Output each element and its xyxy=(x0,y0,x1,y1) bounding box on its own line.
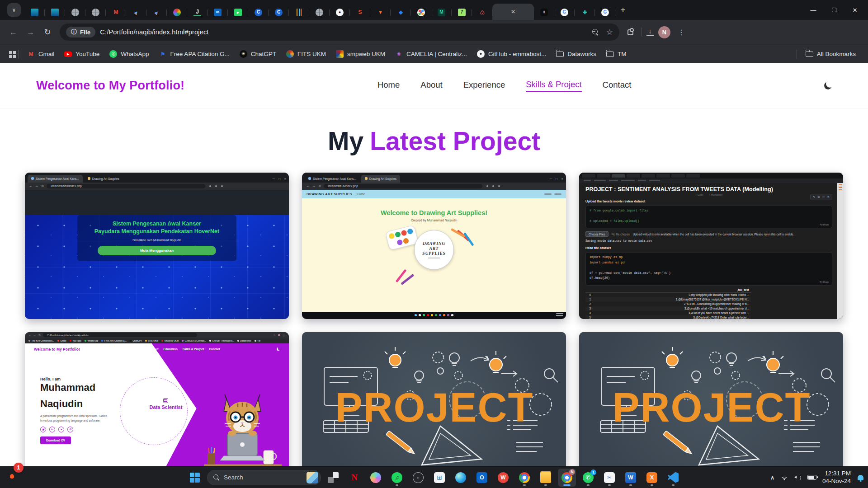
browser-tab[interactable]: ✳ xyxy=(534,5,554,20)
browser-tab[interactable]: ▼ xyxy=(370,5,391,20)
browser-tab[interactable]: ● xyxy=(330,5,350,20)
taskbar-app[interactable]: W xyxy=(622,469,640,487)
taskbar-app[interactable] xyxy=(515,469,533,487)
browser-tab[interactable] xyxy=(309,5,330,20)
bookmark-item[interactable]: ✳ ChatGPT xyxy=(235,48,281,60)
volume-icon[interactable] xyxy=(794,474,802,480)
bookmark-item[interactable]: ❀ CAMELIA | Centraliz... xyxy=(390,48,472,60)
tab-search-chevron-icon[interactable]: ∨ xyxy=(7,3,21,17)
project-card-sentiment-analysis[interactable]: PROJECT : SENTIMENT ANALYSIS FROM TWEETS… xyxy=(579,173,843,319)
bookmark-star-icon[interactable]: ☆ xyxy=(606,28,613,37)
close-tab-icon[interactable]: ✕ xyxy=(511,9,515,15)
taskbar-app[interactable]: ⊞ xyxy=(430,469,448,487)
project-card-placeholder-2[interactable]: PROJECT xyxy=(579,332,843,466)
browser-tab[interactable]: ✚ xyxy=(575,5,595,20)
taskbar-search[interactable]: Search xyxy=(207,470,321,485)
bookmark-item[interactable]: M Gmail xyxy=(22,48,59,60)
taskbar-app[interactable]: ◔ xyxy=(409,469,427,487)
browser-tab[interactable] xyxy=(411,5,431,20)
nav-link[interactable]: Contact xyxy=(603,80,632,92)
close-window-button[interactable]: ✕ xyxy=(844,0,865,20)
bookmark-item[interactable]: smpweb UKM xyxy=(331,48,390,60)
new-tab-button[interactable]: + xyxy=(615,3,631,17)
nav-link[interactable]: Skills & Project xyxy=(526,80,581,92)
nav-link[interactable]: About xyxy=(420,80,442,92)
bookmark-item[interactable]: ⚑ Free APA Citation G... xyxy=(154,48,235,60)
taskbar-app[interactable]: ✆ 1 xyxy=(579,469,597,487)
project-card-cancer-system[interactable]: Sistem Pengesanan Awal Kans... Drawing A… xyxy=(25,173,289,319)
start-button[interactable] xyxy=(186,469,204,487)
battery-icon[interactable] xyxy=(807,475,816,480)
reload-icon[interactable]: ↻ xyxy=(40,24,55,40)
browser-tab[interactable]: G xyxy=(595,5,615,20)
browser-tab[interactable]: C xyxy=(269,5,289,20)
profile-avatar[interactable]: N xyxy=(658,26,670,38)
browser-tab[interactable] xyxy=(85,5,106,20)
bookmark-item[interactable]: ▶ YouTube xyxy=(59,48,104,60)
project-card-portfolio[interactable]: ←→↻ C:/Portfolio/naqib/index.html#portfo… xyxy=(25,332,289,466)
tray-chevron-icon[interactable]: ∧ xyxy=(770,474,774,481)
taskbar-app[interactable]: O xyxy=(473,469,491,487)
notification-bell-icon[interactable] xyxy=(858,475,863,480)
browser-tab[interactable]: 7 xyxy=(452,5,472,20)
browser-tab[interactable]: J xyxy=(187,5,208,20)
taskbar-app[interactable]: W xyxy=(494,469,512,487)
browser-tab[interactable]: in xyxy=(208,5,228,20)
downloads-icon[interactable]: ↓ xyxy=(646,28,654,36)
minimize-button[interactable]: — xyxy=(803,0,824,20)
apps-grid-icon[interactable] xyxy=(9,51,12,54)
bookmark-item[interactable]: ● GitHub - emmabost... xyxy=(472,48,551,60)
taskbar-app[interactable]: X xyxy=(643,469,661,487)
browser-tab[interactable]: ◆ xyxy=(391,5,411,20)
extensions-icon[interactable] xyxy=(627,29,633,35)
taskbar-app[interactable]: N xyxy=(345,469,363,487)
taskbar-app[interactable]: N xyxy=(558,469,576,487)
bookmark-item[interactable]: Dataworks xyxy=(551,48,601,60)
browser-tab[interactable]: ♡ xyxy=(472,5,492,20)
browser-tab[interactable]: ▶ xyxy=(228,5,248,20)
wifi-icon[interactable] xyxy=(780,474,788,480)
project-card-drawing-art[interactable]: Sistem Pengesanan Awal Kans... Drawing A… xyxy=(302,173,566,319)
browser-tab[interactable] xyxy=(167,5,187,20)
forward-icon[interactable]: → xyxy=(23,24,38,40)
address-bar[interactable]: ⓘ File C:/Portfolio/naqib/index.html#pro… xyxy=(60,23,619,41)
mini-social-icons: ▣in●✆ xyxy=(40,427,107,432)
browser-tab[interactable]: C xyxy=(248,5,269,20)
bookmark-item[interactable]: ✆ WhatsApp xyxy=(104,48,154,60)
browser-tab[interactable]: G xyxy=(554,5,575,20)
browser-tab[interactable]: S xyxy=(350,5,370,20)
taskbar-app[interactable] xyxy=(324,469,342,487)
browser-tab[interactable] xyxy=(65,5,85,20)
nav-link[interactable]: Experience xyxy=(463,80,505,92)
taskbar-app[interactable]: ✂ xyxy=(600,469,618,487)
project-card-placeholder-1[interactable]: PROJECT xyxy=(302,332,566,466)
browser-tab[interactable]: M xyxy=(106,5,126,20)
taskbar-app[interactable] xyxy=(664,469,682,487)
all-bookmarks-button[interactable]: All Bookmarks xyxy=(801,48,861,60)
restore-button[interactable] xyxy=(824,0,844,20)
taskbar-app[interactable] xyxy=(537,469,555,487)
file-scheme-chip[interactable]: ⓘ File xyxy=(66,27,95,38)
bookmark-item[interactable]: TM xyxy=(601,48,632,60)
bookmark-item[interactable]: FITS UKM xyxy=(281,48,331,60)
output-table: ,full_text 00,my wrapped just showing ot… xyxy=(585,288,751,319)
active-tab[interactable]: ✕ xyxy=(492,4,534,20)
nav-link[interactable]: Home xyxy=(377,80,400,92)
browser-tab[interactable] xyxy=(45,5,65,20)
taskbar-app-icon: ♫ xyxy=(392,472,402,483)
browser-tab[interactable]: ▲ xyxy=(126,5,146,20)
dark-mode-toggle-icon[interactable] xyxy=(823,81,833,90)
taskbar-app[interactable]: ♫ xyxy=(388,469,406,487)
taskbar-app[interactable] xyxy=(367,469,385,487)
browser-tab[interactable]: ▲ xyxy=(146,5,167,20)
browser-menu-icon[interactable]: ⋮ xyxy=(675,28,688,37)
tray-clock[interactable]: 12:31 PM 04-Nov-24 xyxy=(822,470,851,484)
browser-tab[interactable]: M xyxy=(431,5,452,20)
back-icon[interactable]: ← xyxy=(5,24,21,40)
browser-tab[interactable] xyxy=(24,5,45,20)
taskbar-app[interactable] xyxy=(452,469,470,487)
notification-badge[interactable]: 1 xyxy=(14,463,24,473)
browser-tab[interactable] xyxy=(289,5,309,20)
bookmarks-divider xyxy=(18,50,19,59)
zoom-out-icon[interactable] xyxy=(592,29,599,36)
